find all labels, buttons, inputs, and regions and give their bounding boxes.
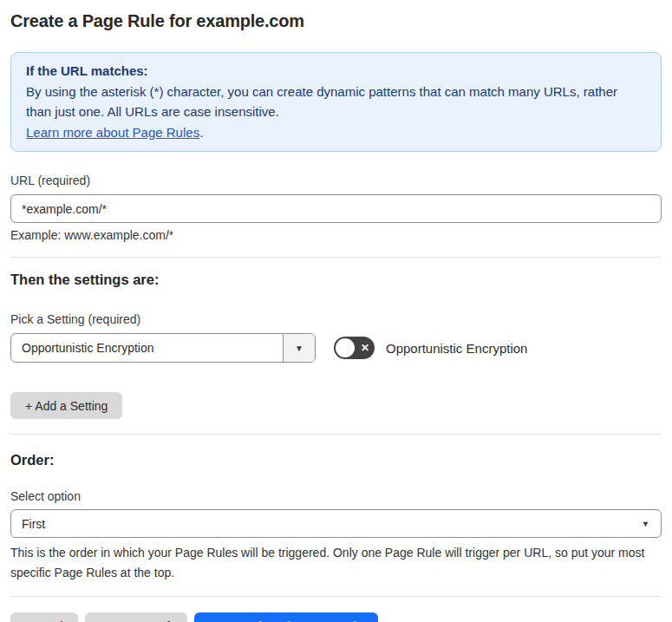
footer-divider	[10, 596, 662, 597]
info-box-link-line: Learn more about Page Rules.	[26, 122, 646, 143]
order-select-value: First	[22, 517, 45, 531]
url-input[interactable]	[10, 194, 662, 223]
order-section-heading: Order:	[10, 452, 662, 468]
link-suffix: .	[199, 125, 203, 140]
toggle-label: Opportunistic Encryption	[386, 341, 527, 356]
setting-dropdown[interactable]: Opportunistic Encryption ▼	[10, 333, 316, 363]
setting-row: Opportunistic Encryption ▼ ✕ Opportunist…	[10, 333, 662, 363]
url-match-info-box: If the URL matches: By using the asteris…	[10, 52, 662, 152]
order-select[interactable]: First ▼	[10, 509, 662, 538]
order-help-text: This is the order in which your Page Rul…	[10, 543, 662, 582]
footer-actions: Cancel Save as Draft Save and Deploy Pag…	[10, 612, 662, 622]
cancel-button[interactable]: Cancel	[10, 612, 78, 622]
page-title: Create a Page Rule for example.com	[10, 11, 662, 31]
url-example-text: Example: www.example.com/*	[10, 228, 662, 242]
setting-dropdown-value: Opportunistic Encryption	[11, 334, 283, 362]
order-select-label: Select option	[10, 489, 662, 503]
add-setting-button[interactable]: + Add a Setting	[10, 392, 122, 419]
order-divider	[10, 434, 662, 435]
save-draft-button[interactable]: Save as Draft	[85, 612, 188, 622]
chevron-down-icon[interactable]: ▼	[283, 334, 315, 362]
learn-more-link[interactable]: Learn more about Page Rules	[26, 125, 199, 140]
save-deploy-button[interactable]: Save and Deploy Page Rule	[194, 612, 378, 622]
pick-setting-label: Pick a Setting (required)	[10, 312, 662, 326]
settings-section-heading: Then the settings are:	[10, 272, 662, 288]
section-divider	[10, 257, 662, 258]
url-field-label: URL (required)	[10, 174, 662, 187]
toggle-knob	[336, 338, 355, 357]
opportunistic-encryption-toggle[interactable]: ✕	[334, 337, 375, 359]
info-box-body: By using the asterisk (*) character, you…	[26, 82, 646, 122]
caret-down-icon: ▼	[642, 520, 649, 528]
info-box-heading: If the URL matches:	[26, 61, 646, 82]
toggle-off-icon: ✕	[361, 343, 369, 353]
